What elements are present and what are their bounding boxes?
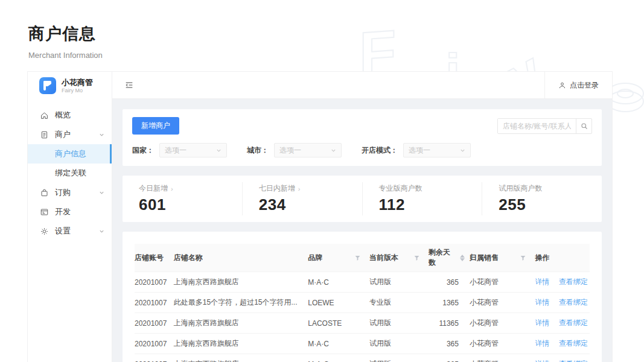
sidebar-item-label: 商户 [55, 129, 93, 140]
filter-select[interactable]: 选项一 [274, 143, 342, 157]
view-binding-link[interactable]: 查看绑定 [559, 319, 588, 327]
table-row: 20201007 此处最多15个字符，超过15个字符用... LOEWE 专业版… [135, 293, 590, 313]
sidebar-item-label: 订购 [55, 187, 93, 198]
stat-item[interactable]: 七日内新增 › 234 [242, 182, 362, 215]
select-value: 选项一 [409, 145, 430, 156]
detail-link[interactable]: 详情 [535, 360, 549, 362]
filter-select[interactable]: 选项一 [403, 143, 471, 157]
select-value: 选项一 [165, 145, 187, 156]
filter-fields: 国家： 选项一 城市： 选项一 [132, 143, 592, 157]
sidebar-item-label: 绑定关联 [55, 168, 104, 179]
stats-card: 今日新增 › 601 七日内新增 › 234 专业版商户数 [123, 176, 602, 222]
cell-sales: 小花商管 [470, 272, 535, 293]
sidebar-item[interactable]: 订购 [28, 183, 112, 202]
merchant-table-card: 店铺账号 店铺名称 品牌 当前版本 剩余天数 归 [123, 232, 602, 362]
table-row: 20201007 上海南京西路旗舰店 M·A·C 试用版 365 小花商管 详情… [135, 272, 590, 293]
sort-icon[interactable] [460, 255, 465, 261]
sidebar-item[interactable]: 绑定关联 [28, 164, 112, 183]
stat-label: 专业版商户数 [379, 183, 422, 194]
sidebar-item-label: 商户信息 [55, 148, 104, 159]
stat-value: 112 [379, 195, 482, 214]
cell-version: 专业版 [369, 293, 429, 313]
view-binding-link[interactable]: 查看绑定 [559, 278, 588, 286]
brand-logo[interactable]: 小花商管 Fairy Mo [28, 72, 112, 100]
filter-field: 开店模式： 选项一 [362, 143, 471, 157]
table-header-row: 店铺账号 店铺名称 品牌 当前版本 剩余天数 归 [135, 244, 590, 272]
sidebar-item[interactable]: 开发 [28, 202, 112, 221]
detail-link[interactable]: 详情 [535, 278, 549, 286]
sidebar-item[interactable]: 商户信息 [28, 144, 112, 164]
table-row: 20201007 上海南京西路旗舰店 M·A·C 试用版 365 小花商管 详情… [135, 334, 590, 354]
cell-version: 试用版 [369, 313, 429, 334]
cell-brand: LACOSTE [308, 313, 369, 334]
gear-icon [40, 227, 49, 236]
document-icon [40, 130, 49, 139]
filter-select[interactable]: 选项一 [159, 143, 227, 157]
brand-logo-icon [39, 77, 56, 94]
view-binding-link[interactable]: 查看绑定 [559, 298, 588, 306]
stat-item[interactable]: 试用版商户数 255 [482, 182, 602, 215]
search-input[interactable] [498, 119, 576, 133]
login-button[interactable]: 点击登录 [544, 72, 612, 98]
sidebar: 小花商管 Fairy Mo 概览 商户 商户信息 [28, 72, 112, 362]
detail-link[interactable]: 详情 [535, 319, 549, 327]
chevron-down-icon [460, 148, 465, 153]
filter-funnel-icon[interactable] [520, 255, 526, 261]
cell-version: 试用版 [369, 354, 429, 362]
bag-icon [40, 188, 49, 197]
stat-label: 今日新增 [139, 183, 168, 194]
col-action: 操作 [535, 244, 590, 272]
sidebar-menu: 概览 商户 商户信息 绑定关联 订购 [28, 100, 112, 241]
page-heading: 商户信息 Merchant Information [28, 23, 103, 60]
cell-actions: 详情 查看绑定 [535, 334, 590, 354]
stat-value: 255 [499, 195, 602, 214]
cell-brand: M·A·C [308, 272, 369, 293]
brand-subname: Fairy Mo [62, 87, 93, 94]
sidebar-item-label: 概览 [55, 110, 104, 121]
sidebar-collapse-button[interactable] [112, 72, 146, 98]
code-window-icon [40, 208, 49, 217]
home-icon [40, 111, 49, 120]
filter-field: 国家： 选项一 [132, 143, 227, 157]
cell-shop-name: 上海南京西路旗舰店 [174, 313, 308, 334]
cell-account: 20201007 [135, 354, 174, 362]
search-button[interactable] [576, 119, 591, 133]
select-value: 选项一 [279, 145, 301, 156]
cell-days: 1365 [429, 293, 470, 313]
filter-funnel-icon[interactable] [413, 255, 420, 261]
chevron-right-icon: › [298, 185, 301, 192]
view-binding-link[interactable]: 查看绑定 [559, 360, 588, 362]
table-row: 20201007 上海南京西路旗舰店 M·A·C 试用版 365 小花商管 详情… [135, 354, 590, 362]
table-row: 20201007 上海南京西路旗舰店 LACOSTE 试用版 11365 小花商… [135, 313, 590, 334]
merchant-table: 店铺账号 店铺名称 品牌 当前版本 剩余天数 归 [135, 244, 590, 362]
col-brand: 品牌 [308, 244, 369, 272]
topbar: 点击登录 [112, 72, 612, 99]
chevron-down-icon [331, 148, 336, 153]
cell-shop-name: 上海南京西路旗舰店 [174, 354, 308, 362]
detail-link[interactable]: 详情 [535, 298, 549, 306]
cell-actions: 详情 查看绑定 [535, 272, 590, 293]
cell-account: 20201007 [135, 272, 174, 293]
filter-card: 新增商户 国家： 选项一 [123, 109, 602, 166]
detail-link[interactable]: 详情 [535, 339, 549, 348]
filter-label: 开店模式： [362, 145, 398, 156]
view-binding-link[interactable]: 查看绑定 [559, 339, 588, 348]
stat-item[interactable]: 今日新增 › 601 [123, 182, 242, 215]
stat-item[interactable]: 专业版商户数 112 [362, 182, 482, 215]
sidebar-item[interactable]: 商户 [28, 125, 112, 144]
filter-funnel-icon[interactable] [354, 255, 361, 261]
add-merchant-button[interactable]: 新增商户 [132, 117, 179, 135]
user-icon [558, 81, 566, 89]
cell-sales: 小花商管 [470, 313, 535, 334]
page-subtitle: Merchant Information [28, 51, 103, 60]
cell-sales: 小花商管 [470, 334, 535, 354]
cell-days: 11365 [429, 313, 470, 334]
cell-brand: LOEWE [308, 293, 369, 313]
stat-value: 601 [139, 195, 242, 214]
filter-field: 城市： 选项一 [247, 143, 342, 157]
cell-brand: M·A·C [308, 334, 369, 354]
cell-version: 试用版 [369, 272, 429, 293]
app-window: 小花商管 Fairy Mo 概览 商户 商户信息 [27, 71, 613, 362]
sidebar-item[interactable]: 概览 [28, 106, 112, 125]
sidebar-item[interactable]: 设置 [28, 221, 112, 241]
